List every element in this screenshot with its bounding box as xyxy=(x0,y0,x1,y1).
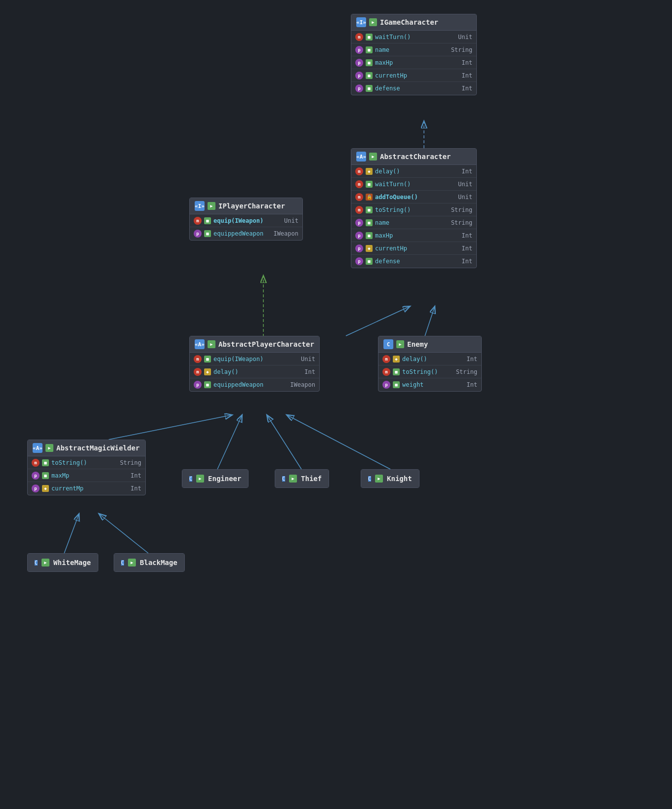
member-defense-abstract: p ■ defense Int xyxy=(351,255,476,268)
leaf-icon-APC: ▶ xyxy=(208,340,215,348)
class-IGameCharacter: «I» ▶ IGameCharacter m ■ waitTurn() Unit… xyxy=(351,14,477,95)
prop-icon: p xyxy=(355,59,363,67)
member-toString-enemy: m ■ toString() String xyxy=(378,365,481,378)
interface-icon-IGameCharacter: «I» xyxy=(356,17,366,27)
member-delay-abstract: m ◆ delay() Int xyxy=(351,165,476,178)
svg-line-8 xyxy=(64,514,79,553)
diagram-canvas: «I» ▶ IGameCharacter m ■ waitTurn() Unit… xyxy=(0,0,672,809)
vis-protected-currentHp: ◆ xyxy=(366,245,373,252)
member-equippedWeapon-i: p ■ equippedWeapon IWeapon xyxy=(190,227,302,240)
class-header-IPlayerCharacter: «I» ▶ IPlayerCharacter xyxy=(190,198,302,214)
member-type-toString-enemy: String xyxy=(456,368,477,375)
prop-icon-maxMp-amw: p xyxy=(32,472,40,480)
method-icon-toString-enemy: m xyxy=(382,368,390,376)
member-type-maxHp-a: Int xyxy=(462,232,472,239)
member-type-maxHp: Int xyxy=(462,59,472,66)
member-equip-i: m ■ equip(IWeapon) Unit xyxy=(190,214,302,227)
member-defense: p ■ defense Int xyxy=(351,82,476,95)
svg-line-9 xyxy=(99,514,148,553)
member-name-maxMp-amw: maxMp xyxy=(51,472,128,479)
class-Enemy: C ▶ Enemy m ◆ delay() Int m ■ toString()… xyxy=(378,336,482,392)
class-icon-Knight: C xyxy=(368,476,371,482)
class-name-IPlayerCharacter: IPlayerCharacter xyxy=(218,202,285,210)
method-icon: m xyxy=(355,33,363,41)
member-name-prop: p ■ name String xyxy=(351,43,476,56)
prop-icon-equippedWeapon-apc: p xyxy=(194,381,202,389)
member-name-currentHp-a: currentHp xyxy=(375,245,459,252)
class-name-IGameCharacter: IGameCharacter xyxy=(380,18,438,26)
member-type-equip-apc: Unit xyxy=(301,356,315,363)
member-name-defense-a: defense xyxy=(375,258,459,265)
class-Knight: C ▶ Knight xyxy=(361,469,420,488)
member-name-equippedWeapon-apc: equippedWeapon xyxy=(213,381,288,388)
leaf-icon-Knight: ▶ xyxy=(375,475,383,483)
member-weight-enemy: p ■ weight Int xyxy=(378,378,481,391)
class-name-Thief: Thief xyxy=(301,475,322,483)
class-name-Engineer: Engineer xyxy=(208,475,241,483)
vis-public-equippedWeapon-i: ■ xyxy=(204,230,211,237)
abstract-icon-AMW: «A» xyxy=(33,443,42,453)
class-WhiteMage: C ▶ WhiteMage xyxy=(27,553,98,572)
vis-public: ■ xyxy=(366,59,373,66)
vis-public-maxHp-a: ■ xyxy=(366,232,373,239)
member-type-waitTurn-a: Unit xyxy=(458,181,472,188)
vis-lock-addToQueue: 🔒 xyxy=(366,194,373,201)
member-name-name-a: name xyxy=(375,219,449,226)
svg-line-3 xyxy=(425,306,435,336)
member-name-currentMp-amw: currentMp xyxy=(51,485,128,492)
class-icon-Engineer: C xyxy=(189,476,192,482)
member-type-addToQueue: Unit xyxy=(458,194,472,201)
prop-icon-currentHp: p xyxy=(355,72,363,80)
class-header-Enemy: C ▶ Enemy xyxy=(378,336,481,353)
vis-public-currentHp: ■ xyxy=(366,72,373,79)
member-delay-enemy: m ◆ delay() Int xyxy=(378,353,481,365)
member-name-maxHp: maxHp xyxy=(375,59,459,66)
prop-icon-maxHp-a: p xyxy=(355,232,363,240)
arrows-layer xyxy=(0,0,672,809)
class-name-Enemy: Enemy xyxy=(407,340,428,348)
class-header-AMW: «A» ▶ AbstractMagicWielder xyxy=(28,440,145,456)
class-name-BlackMage: BlackMage xyxy=(140,559,177,566)
member-equippedWeapon-apc: p ■ equippedWeapon IWeapon xyxy=(190,378,319,391)
interface-icon-IPlayerCharacter: «I» xyxy=(195,201,205,211)
member-type-waitTurn: Unit xyxy=(458,34,472,40)
vis-public-equip-apc: ■ xyxy=(204,356,211,363)
vis-protected-delay-apc: ◆ xyxy=(204,368,211,375)
vis-public-waitTurn: ■ xyxy=(366,181,373,188)
class-icon-BlackMage: C xyxy=(121,560,124,566)
member-name-addToQueue: addToQueue() xyxy=(375,194,456,201)
prop-icon-weight-enemy: p xyxy=(382,381,390,389)
member-type-delay-enemy: Int xyxy=(466,356,477,363)
member-name-name: name xyxy=(375,46,449,53)
leaf-icon-IGameCharacter: ▶ xyxy=(369,18,377,26)
class-header-APC: «A» ▶ AbstractPlayerCharacter xyxy=(190,336,319,353)
member-type-maxMp-amw: Int xyxy=(130,472,141,479)
prop-icon-defense: p xyxy=(355,84,363,92)
class-name-APC: AbstractPlayerCharacter xyxy=(218,340,314,348)
class-name-AbstractCharacter: AbstractCharacter xyxy=(380,153,451,161)
method-icon-toString-amw: m xyxy=(32,459,40,467)
method-icon-toString: m xyxy=(355,206,363,214)
method-icon-addToQueue: m xyxy=(355,193,363,201)
prop-icon-equippedWeapon-i: p xyxy=(194,230,202,238)
vis-public: ■ xyxy=(366,34,373,40)
member-name-delay-apc: delay() xyxy=(213,368,302,375)
class-name-AMW: AbstractMagicWielder xyxy=(56,444,140,452)
member-type-toString-amw: String xyxy=(120,459,141,466)
svg-line-2 xyxy=(346,306,410,336)
member-name-delay: delay() xyxy=(375,168,459,175)
member-type-equip-i: Unit xyxy=(284,217,298,224)
member-name-waitTurn-a: waitTurn() xyxy=(375,181,456,188)
prop-icon-currentHp-a: p xyxy=(355,244,363,252)
member-name-toString-amw: toString() xyxy=(51,459,118,466)
vis-public-name-a: ■ xyxy=(366,219,373,226)
member-name-toString-enemy: toString() xyxy=(402,368,454,375)
member-type-weight-enemy: Int xyxy=(466,381,477,388)
vis-public-toString-enemy: ■ xyxy=(393,368,400,375)
svg-line-7 xyxy=(287,415,390,469)
method-icon-waitTurn: m xyxy=(355,180,363,188)
member-name-equippedWeapon-i: equippedWeapon xyxy=(213,230,271,237)
svg-line-6 xyxy=(267,415,301,469)
member-type-name: String xyxy=(451,46,472,53)
member-type-defense-a: Int xyxy=(462,258,472,265)
